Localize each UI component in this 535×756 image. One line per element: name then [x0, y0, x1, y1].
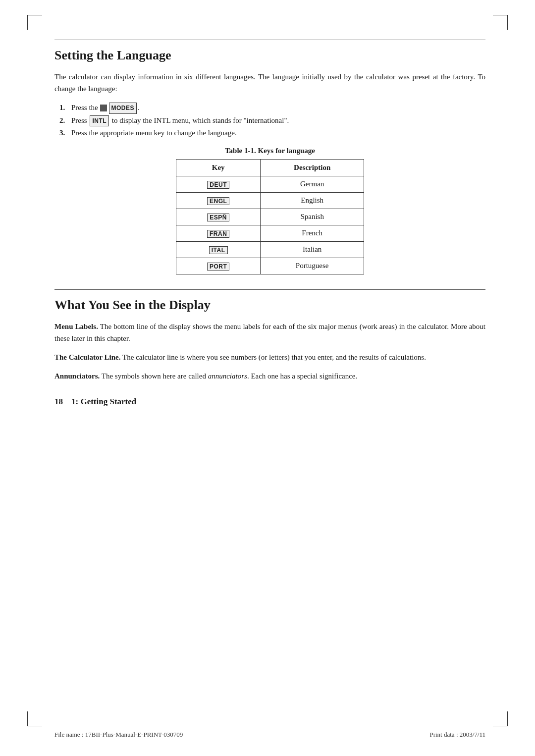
key-engl: ENGL: [176, 192, 261, 209]
table-row: PORT Portuguese: [176, 258, 364, 274]
language-table-wrapper: Key Description DEUT German ENGL English…: [54, 159, 485, 274]
annunciators-bold: Annunciators.: [54, 372, 100, 380]
desc-deut: German: [261, 176, 364, 192]
key-deut: DEUT: [176, 176, 261, 192]
table-row: ESPÑ Spanish: [176, 209, 364, 225]
steps-list: 1. Press the MODES. 2. Press INTL to dis…: [59, 102, 485, 140]
modes-icon-graphic: [100, 105, 107, 111]
calc-line-bold: The Calculator Line.: [54, 353, 120, 361]
table-row: ITAL Italian: [176, 241, 364, 258]
para-menu-labels: Menu Labels. The bottom line of the disp…: [54, 321, 485, 344]
desc-engl: English: [261, 192, 364, 209]
desc-fran: French: [261, 225, 364, 241]
col-header-description: Description: [261, 159, 364, 176]
menu-labels-bold: Menu Labels.: [54, 323, 98, 330]
key-port: PORT: [176, 258, 261, 274]
table-header-row: Key Description: [176, 159, 364, 176]
corner-mark-br: [493, 711, 508, 726]
table-body: DEUT German ENGL English ESPÑ Spanish FR…: [176, 176, 364, 274]
step2-text: Press INTL to display the INTL menu, whi…: [71, 116, 289, 124]
section2-title: What You See in the Display: [54, 298, 485, 313]
page: Setting the Language The calculator can …: [0, 0, 535, 756]
desc-ital: Italian: [261, 241, 364, 258]
footer: File name : 17BII-Plus-Manual-E-PRINT-03…: [54, 731, 485, 739]
step1-text: Press the MODES.: [71, 104, 140, 111]
key-fran: FRAN: [176, 225, 261, 241]
step-3: 3. Press the appropriate menu key to cha…: [59, 127, 485, 140]
footer-right: Print data : 2003/7/11: [429, 731, 485, 739]
col-header-key: Key: [176, 159, 261, 176]
table-row: ENGL English: [176, 192, 364, 209]
para-calculator-line: The Calculator Line. The calculator line…: [54, 351, 485, 363]
language-table: Key Description DEUT German ENGL English…: [176, 159, 364, 274]
footer-left: File name : 17BII-Plus-Manual-E-PRINT-03…: [54, 731, 183, 739]
annunciators-italic: annunciators: [208, 372, 247, 380]
corner-mark-bl: [27, 711, 42, 726]
key-espn: ESPÑ: [176, 209, 261, 225]
page-number: 18: [54, 397, 63, 406]
page-section-label: 18 1: Getting Started: [54, 397, 485, 407]
step-1: 1. Press the MODES.: [59, 102, 485, 114]
intl-key: INTL: [90, 115, 109, 126]
step2-number: 2.: [59, 114, 65, 127]
annunciators-text: The symbols shown here are called annunc…: [102, 372, 358, 380]
step-2: 2. Press INTL to display the INTL menu, …: [59, 114, 485, 127]
section2-divider: [54, 289, 485, 290]
desc-port: Portuguese: [261, 258, 364, 274]
table-row: FRAN French: [176, 225, 364, 241]
table-row: DEUT German: [176, 176, 364, 192]
para-annunciators: Annunciators. The symbols shown here are…: [54, 370, 485, 382]
calc-line-text: The calculator line is where you see num…: [122, 353, 426, 361]
chapter-label: 1: Getting Started: [71, 397, 136, 406]
corner-mark-tl: [27, 15, 42, 30]
section1-title: Setting the Language: [54, 48, 485, 63]
step3-number: 3.: [59, 127, 65, 140]
modes-key: MODES: [109, 103, 137, 113]
section1-intro: The calculator can display information i…: [54, 71, 485, 95]
corner-mark-tr: [493, 15, 508, 30]
step1-number: 1.: [59, 102, 65, 114]
section1-divider: [54, 40, 485, 40]
desc-espn: Spanish: [261, 209, 364, 225]
table-caption: Table 1-1. Keys for language: [54, 147, 485, 155]
step3-text: Press the appropriate menu key to change…: [71, 129, 237, 137]
key-ital: ITAL: [176, 241, 261, 258]
menu-labels-text: The bottom line of the display shows the…: [54, 323, 485, 342]
